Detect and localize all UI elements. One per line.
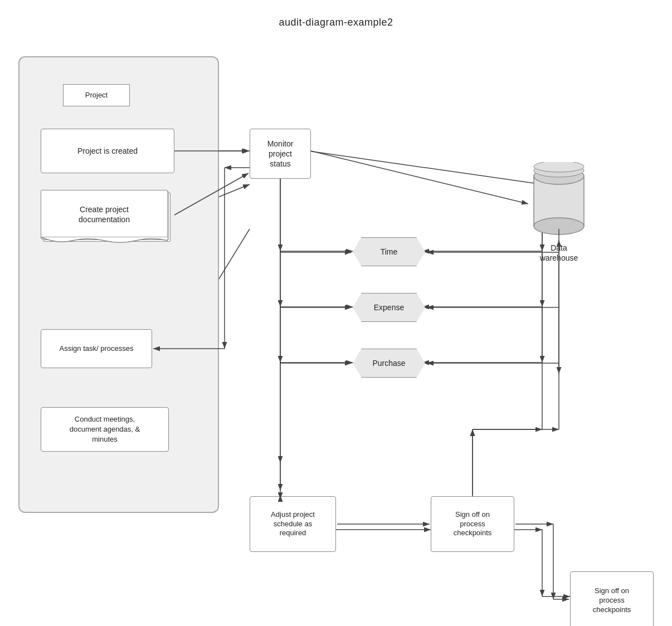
page-title: audit-diagram-example2 xyxy=(0,0,672,28)
node-project-label: Project xyxy=(63,84,130,106)
node-create-docs: Create project documentation xyxy=(41,190,169,240)
node-monitor-status: Monitor project status xyxy=(250,129,311,179)
svg-point-31 xyxy=(534,162,584,172)
node-adjust-schedule: Adjust project schedule as required xyxy=(250,496,336,552)
node-purchase: Purchase xyxy=(353,349,425,378)
node-expense: Expense xyxy=(353,293,425,322)
node-project-created: Project is created xyxy=(41,129,174,173)
node-data-warehouse: Data warehouse xyxy=(531,162,587,240)
node-assign-tasks: Assign task/ processes xyxy=(41,329,152,368)
node-sign-off-2: Sign off on process checkpoints xyxy=(570,571,654,626)
svg-point-29 xyxy=(534,218,584,234)
node-sign-off-1: Sign off on process checkpoints xyxy=(431,496,514,552)
node-time: Time xyxy=(353,237,425,266)
diagram-area: Project Project is created Create projec… xyxy=(7,40,665,608)
svg-line-40 xyxy=(311,151,528,204)
svg-line-2 xyxy=(308,151,542,184)
node-conduct-meetings: Conduct meetings, document agendas, & mi… xyxy=(41,407,169,452)
